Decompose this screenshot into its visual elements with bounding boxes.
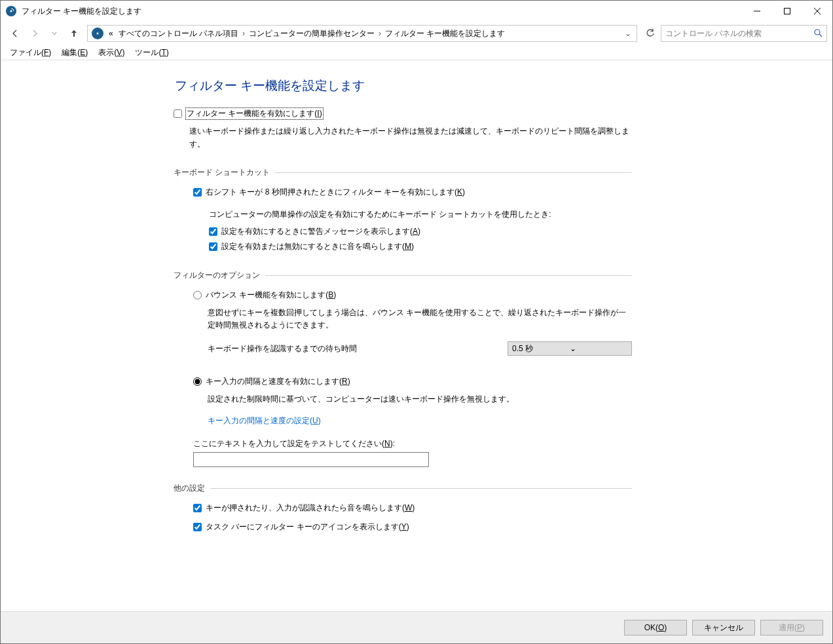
hold-shift-label: 右シフト キーが 8 秒間押されたときにフィルター キーを有効にします(K): [206, 187, 465, 198]
maximize-button[interactable]: [772, 1, 802, 22]
wait-time-select[interactable]: 0.5 秒 ⌄: [508, 341, 632, 356]
section-filter-heading: フィルターのオプション: [174, 270, 632, 281]
repeat-settings-link[interactable]: キー入力の間隔と速度の設定(U): [208, 416, 321, 425]
footer-buttons: OK(O) キャンセル 適用(P): [1, 611, 832, 643]
page-body: フィルター キー機能を設定します フィルター キー機能を有効にします(I) 速い…: [1, 60, 832, 611]
repeat-keys-desc: 設定された制限時間に基づいて、コンピューターは速いキーボード操作を無視します。: [193, 389, 632, 406]
repeat-keys-radio[interactable]: [193, 377, 202, 386]
when-using-shortcut-label: コンピューターの簡単操作の設定を有効にするためにキーボード ショートカットを使用…: [209, 209, 632, 220]
apply-button[interactable]: 適用(P): [760, 620, 823, 635]
chevron-right-icon[interactable]: ›: [241, 29, 246, 38]
menu-edit[interactable]: 編集(E): [56, 46, 93, 60]
wait-time-label: キーボード操作を認識するまでの待ち時間: [208, 343, 357, 354]
close-button[interactable]: [802, 1, 832, 22]
titlebar: フィルター キー機能を設定します: [1, 1, 832, 22]
enable-filterkeys-desc: 速いキーボード操作または繰り返し入力されたキーボード操作は無視または減速して、キ…: [174, 121, 632, 151]
enable-filterkeys-label: フィルター キー機能を有効にします(I): [186, 108, 323, 119]
hold-shift-checkbox[interactable]: [193, 188, 202, 197]
search-placeholder: コントロール パネルの検索: [665, 28, 813, 39]
cancel-button[interactable]: キャンセル: [692, 620, 755, 635]
test-input[interactable]: [193, 452, 429, 467]
search-box[interactable]: コントロール パネルの検索: [661, 25, 827, 42]
bounce-keys-desc: 意図せずにキーを複数回押してしまう場合は、バウンス キー機能を使用することで、繰…: [193, 303, 632, 333]
page-title: フィルター キー機能を設定します: [174, 77, 632, 106]
menu-bar: ファイル(F) 編集(E) 表示(V) ツール(T): [1, 45, 832, 60]
chevron-down-icon: ⌄: [570, 344, 627, 353]
breadcrumb-item[interactable]: コンピューターの簡単操作センター: [246, 28, 377, 39]
svg-point-7: [97, 33, 99, 35]
recent-dropdown[interactable]: [45, 24, 64, 43]
menu-tool[interactable]: ツール(T): [130, 46, 174, 60]
search-icon[interactable]: [813, 28, 823, 39]
beep-on-keypress-checkbox[interactable]: [193, 504, 202, 512]
show-warning-checkbox[interactable]: [209, 227, 217, 236]
minimize-button[interactable]: [742, 1, 772, 22]
refresh-button[interactable]: [641, 26, 659, 41]
menu-file[interactable]: ファイル(F): [5, 46, 56, 60]
breadcrumb-item[interactable]: フィルター キー機能を設定します: [382, 28, 508, 39]
play-sound-label: 設定を有効または無効にするときに音を鳴らします(M): [221, 241, 414, 252]
breadcrumb-item[interactable]: すべてのコントロール パネル項目: [116, 28, 241, 39]
chevron-right-icon[interactable]: ›: [377, 29, 382, 38]
show-warning-label: 設定を有効にするときに警告メッセージを表示します(A): [221, 226, 420, 237]
show-tray-icon-label: タスク バーにフィルター キーのアイコンを表示します(Y): [206, 521, 409, 533]
test-input-label: ここにテキストを入力して設定をテストしてください(N):: [193, 438, 632, 449]
svg-point-8: [815, 29, 820, 35]
window-title: フィルター キー機能を設定します: [22, 6, 742, 17]
breadcrumb-prefix: «: [106, 29, 116, 38]
repeat-keys-label: キー入力の間隔と速度を有効にします(R): [206, 376, 350, 387]
enable-filterkeys-row: フィルター キー機能を有効にします(I): [174, 106, 632, 121]
beep-on-keypress-label: キーが押されたり、入力が認識されたら音を鳴らします(W): [206, 502, 415, 514]
show-tray-icon-checkbox[interactable]: [193, 523, 202, 531]
back-button[interactable]: [6, 24, 24, 43]
address-bar[interactable]: « すべてのコントロール パネル項目 › コンピューターの簡単操作センター › …: [87, 25, 637, 42]
menu-view[interactable]: 表示(V): [93, 46, 130, 60]
section-other-heading: 他の設定: [174, 483, 632, 494]
forward-button[interactable]: [26, 24, 44, 43]
bounce-keys-label: バウンス キー機能を有効にします(B): [206, 290, 336, 301]
app-icon: [6, 6, 16, 16]
navigation-bar: « すべてのコントロール パネル項目 › コンピューターの簡単操作センター › …: [1, 22, 832, 45]
up-button[interactable]: [65, 24, 83, 43]
svg-line-9: [819, 34, 822, 37]
svg-point-1: [10, 10, 12, 12]
address-dropdown-icon[interactable]: ⌄: [621, 29, 635, 38]
bounce-keys-radio[interactable]: [193, 291, 202, 299]
section-shortcut-heading: キーボード ショートカット: [174, 167, 632, 178]
svg-rect-3: [785, 9, 790, 14]
window-frame: フィルター キー機能を設定します « すべてのコントロール パネル項目 › コン…: [0, 0, 833, 644]
ok-button[interactable]: OK(O): [624, 620, 687, 635]
enable-filterkeys-checkbox[interactable]: [174, 109, 182, 118]
play-sound-checkbox[interactable]: [209, 242, 217, 251]
location-icon: [92, 28, 103, 39]
wait-time-value: 0.5 秒: [512, 343, 570, 354]
